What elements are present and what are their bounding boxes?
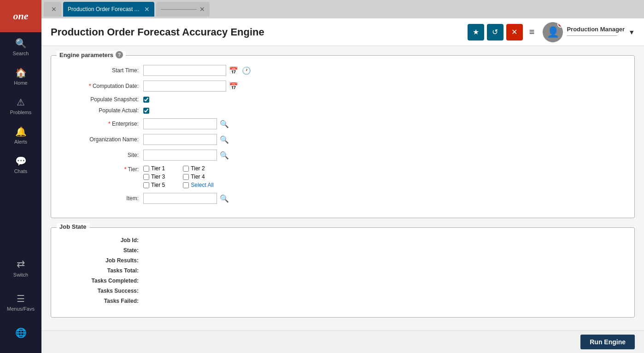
computation-date-input[interactable]	[143, 81, 226, 92]
sidebar-item-alerts[interactable]: 🔔 Alerts	[0, 121, 41, 150]
tier1-label: Tier 1	[151, 165, 165, 172]
sidebar-item-menus[interactable]: ☰ Menus/Favs	[0, 288, 41, 317]
menu-button[interactable]: ≡	[526, 25, 539, 39]
run-engine-button[interactable]: Run Engine	[580, 335, 635, 349]
search-icon: 🔍	[15, 38, 27, 49]
content-area: Engine parameters ? Start Time: 📅 🕐 Comp…	[41, 46, 644, 330]
site-label: Site:	[60, 152, 143, 158]
job-id-label: Job Id:	[60, 237, 143, 243]
footer-bar: Run Engine	[41, 330, 644, 353]
tier3-label: Tier 3	[151, 174, 165, 180]
main-area: ✕ Production Order Forecast Accur... ✕ ─…	[41, 0, 644, 353]
sidebar-item-switch[interactable]: ⇄ Switch	[0, 253, 41, 283]
tier5-checkbox[interactable]	[143, 182, 149, 188]
refresh-button[interactable]: ↺	[487, 24, 503, 41]
tasks-total-label: Tasks Total:	[60, 267, 143, 274]
tasks-completed-row: Tasks Completed:	[60, 278, 625, 284]
populate-snapshot-row: Populate Snapshot:	[60, 96, 625, 103]
state-row: State:	[60, 247, 625, 254]
site-search-btn[interactable]: 🔍	[219, 151, 230, 160]
item-input[interactable]	[143, 193, 217, 204]
tab-3[interactable]: ────────── ✕	[156, 2, 210, 17]
populate-actual-row: Populate Actual:	[60, 107, 625, 114]
populate-snapshot-label: Populate Snapshot:	[60, 96, 143, 103]
tier4-checkbox[interactable]	[183, 174, 189, 180]
computation-date-calendar-btn[interactable]: 📅	[228, 82, 239, 91]
job-results-row: Job Results:	[60, 257, 625, 264]
tier5-label: Tier 5	[151, 182, 165, 188]
tasks-success-row: Tasks Success:	[60, 288, 625, 294]
tab-2-close[interactable]: ✕	[144, 6, 150, 12]
tasks-success-label: Tasks Success:	[60, 288, 143, 294]
problems-icon: ⚠	[17, 97, 25, 108]
star-button[interactable]: ★	[468, 24, 484, 41]
start-time-input[interactable]	[143, 65, 226, 76]
refresh-icon: ↺	[492, 28, 498, 36]
tier2-label: Tier 2	[191, 165, 205, 172]
header-bar: Production Order Forecast Accuracy Engin…	[41, 18, 644, 46]
job-id-row: Job Id:	[60, 237, 625, 243]
select-all-link[interactable]: Select All	[191, 182, 213, 188]
tier4-item: Tier 4	[183, 174, 213, 180]
state-label: State:	[60, 247, 143, 254]
globe-icon: 🌐	[15, 327, 27, 338]
avatar: 👤	[543, 22, 563, 42]
start-time-clock-btn[interactable]: 🕐	[241, 66, 252, 75]
item-label: Item:	[60, 195, 143, 202]
start-time-calendar-btn[interactable]: 📅	[228, 66, 239, 75]
enterprise-input[interactable]	[143, 118, 217, 129]
tier1-checkbox[interactable]	[143, 166, 149, 172]
item-search-btn[interactable]: 🔍	[219, 194, 230, 203]
tasks-failed-label: Tasks Failed:	[60, 298, 143, 304]
close-button[interactable]: ✕	[506, 24, 523, 41]
sidebar-item-home[interactable]: 🏠 Home	[0, 62, 41, 91]
org-name-search-btn[interactable]: 🔍	[219, 135, 230, 144]
tab-bar: ✕ Production Order Forecast Accur... ✕ ─…	[41, 0, 644, 18]
enterprise-row: Enterprise: 🔍	[60, 118, 625, 129]
select-all-checkbox[interactable]	[183, 182, 189, 188]
user-name: Production Manager	[567, 26, 625, 33]
tab-1-close[interactable]: ✕	[51, 6, 57, 12]
app-logo[interactable]: one	[0, 0, 41, 32]
tier2-item: Tier 2	[183, 165, 213, 172]
notification-badge	[557, 22, 563, 28]
sidebar-item-search[interactable]: 🔍 Search	[0, 32, 41, 62]
enterprise-input-group: 🔍	[143, 118, 230, 129]
sidebar-item-globe[interactable]: 🌐	[0, 322, 41, 344]
sidebar-item-chats[interactable]: 💬 Chats	[0, 150, 41, 179]
chats-icon: 💬	[15, 156, 27, 167]
computation-date-row: Computation Date: 📅	[60, 81, 625, 92]
avatar-icon: 👤	[547, 26, 559, 38]
tier5-item: Tier 5	[143, 182, 174, 188]
item-input-group: 🔍	[143, 193, 230, 204]
tab-2[interactable]: Production Order Forecast Accur... ✕	[63, 2, 154, 17]
tab-3-label: ──────────	[161, 6, 197, 12]
site-input[interactable]	[143, 150, 217, 161]
tab-3-close[interactable]: ✕	[199, 6, 205, 12]
site-row: Site: 🔍	[60, 150, 625, 161]
tab-1[interactable]: ✕	[44, 2, 61, 17]
switch-icon: ⇄	[17, 258, 25, 270]
job-results-label: Job Results:	[60, 257, 143, 264]
org-name-input-group: 🔍	[143, 134, 230, 145]
org-name-label: Organization Name:	[60, 136, 143, 143]
enterprise-search-btn[interactable]: 🔍	[219, 120, 230, 128]
user-dropdown-arrow[interactable]: ▼	[628, 29, 635, 36]
star-icon: ★	[473, 28, 479, 36]
computation-date-input-group: 📅	[143, 81, 239, 92]
sidebar-item-problems[interactable]: ⚠ Problems	[0, 91, 41, 121]
engine-parameters-section: Engine parameters ? Start Time: 📅 🕐 Comp…	[51, 55, 635, 218]
tier-label: Tier:	[60, 165, 143, 173]
job-state-legend: Job State	[57, 223, 89, 230]
sidebar: one 🔍 Search 🏠 Home ⚠ Problems 🔔 Alerts …	[0, 0, 41, 353]
populate-actual-checkbox[interactable]	[143, 108, 149, 114]
help-icon[interactable]: ?	[116, 51, 123, 58]
tab-2-label: Production Order Forecast Accur...	[68, 6, 141, 12]
tier2-checkbox[interactable]	[183, 166, 189, 172]
org-name-row: Organization Name: 🔍	[60, 134, 625, 145]
job-state-section: Job State Job Id: State: Job Results: Ta…	[51, 227, 635, 318]
populate-snapshot-checkbox[interactable]	[143, 97, 149, 103]
tier3-checkbox[interactable]	[143, 174, 149, 180]
org-name-input[interactable]	[143, 134, 217, 145]
user-sub: ──────────────	[567, 33, 625, 38]
